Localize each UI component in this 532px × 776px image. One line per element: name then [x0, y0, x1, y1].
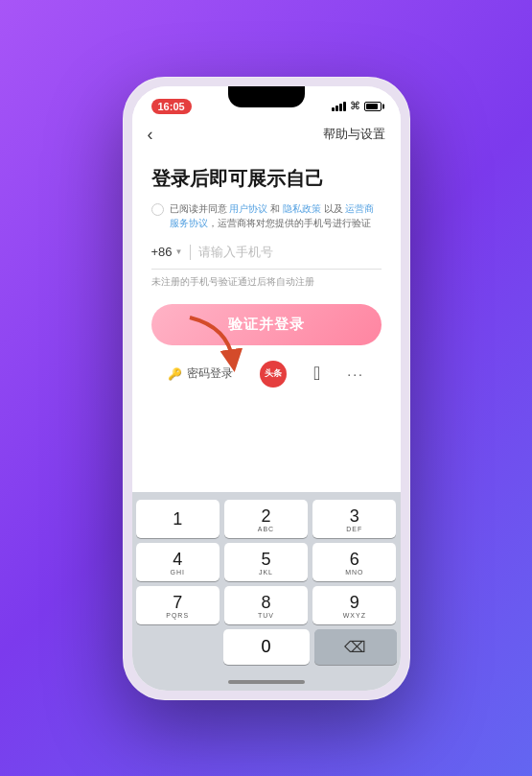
key-5[interactable]: 5 JKL: [224, 543, 308, 581]
apple-login-item[interactable]: : [313, 363, 320, 385]
nav-title: 帮助与设置: [323, 126, 385, 143]
toutiao-login-item[interactable]: 头条: [260, 361, 287, 388]
keyboard-row-1: 1 2 ABC 3 DEF: [136, 500, 397, 538]
key-delete[interactable]: ⌫: [314, 629, 397, 665]
page-title: 登录后即可展示自己: [151, 166, 382, 192]
status-icons: ⌘: [332, 100, 382, 112]
key-8[interactable]: 8 TUV: [224, 586, 308, 624]
nav-bar: ‹ 帮助与设置: [132, 121, 401, 151]
delete-icon: ⌫: [344, 638, 366, 656]
key-1[interactable]: 1: [136, 500, 220, 538]
apple-icon: : [313, 363, 320, 385]
status-bar: 16:05 ⌘: [132, 86, 401, 121]
password-login-item[interactable]: 🔑 密码登录: [168, 365, 233, 382]
country-code[interactable]: +86 ▼: [151, 245, 183, 259]
phone-input-row[interactable]: +86 ▼ 请输入手机号: [151, 244, 382, 270]
key-4[interactable]: 4 GHI: [136, 543, 220, 581]
phone-screen: 16:05 ⌘ ‹ 帮助与设置 登录后即可展示自己: [132, 86, 401, 691]
phone-mockup: 16:05 ⌘ ‹ 帮助与设置 登录后即可展示自己: [123, 77, 410, 700]
verify-login-button[interactable]: 验证并登录: [151, 304, 382, 345]
agreement-text: 已阅读并同意 用户协议 和 隐私政策 以及 运营商服务协议，运营商将对您提供的手…: [170, 201, 382, 230]
wifi-icon: ⌘: [350, 100, 360, 112]
notch: [228, 86, 305, 107]
signal-icon: [332, 102, 346, 111]
more-icon: ···: [347, 366, 364, 382]
status-time: 16:05: [151, 99, 192, 114]
key-9[interactable]: 9 WXYZ: [312, 586, 396, 624]
password-login-label: 密码登录: [187, 365, 233, 382]
keyboard-row-2: 4 GHI 5 JKL 6 MNO: [136, 543, 397, 581]
keyboard-row-3: 7 PQRS 8 TUV 9 WXYZ: [136, 586, 397, 624]
more-options-item[interactable]: ···: [347, 366, 364, 382]
toutiao-badge: 头条: [260, 361, 287, 388]
lock-icon: 🔑: [168, 367, 182, 381]
hint-text: 未注册的手机号验证通过后将自动注册: [151, 275, 382, 289]
keyboard-row-4: 0 ⌫: [136, 629, 397, 665]
agreement-radio[interactable]: [151, 203, 164, 216]
bottom-bar: [132, 673, 401, 691]
back-button[interactable]: ‹: [148, 125, 153, 145]
agreement-row: 已阅读并同意 用户协议 和 隐私政策 以及 运营商服务协议，运营商将对您提供的手…: [151, 201, 382, 230]
third-party-row: 🔑 密码登录 头条  ···: [151, 361, 382, 388]
keyboard: 1 2 ABC 3 DEF 4 GHI 5: [132, 492, 401, 673]
home-indicator: [228, 680, 305, 684]
key-7[interactable]: 7 PQRS: [136, 586, 220, 624]
key-3[interactable]: 3 DEF: [312, 500, 396, 538]
vertical-divider: [190, 245, 191, 260]
content-area: 登录后即可展示自己 已阅读并同意 用户协议 和 隐私政策 以及 运营商服务协议，…: [132, 151, 401, 492]
phone-placeholder-text: 请输入手机号: [198, 244, 273, 261]
key-6[interactable]: 6 MNO: [312, 543, 396, 581]
key-empty: [136, 629, 219, 665]
key-2[interactable]: 2 ABC: [224, 500, 308, 538]
key-0[interactable]: 0: [223, 629, 310, 665]
battery-icon: [364, 102, 382, 111]
